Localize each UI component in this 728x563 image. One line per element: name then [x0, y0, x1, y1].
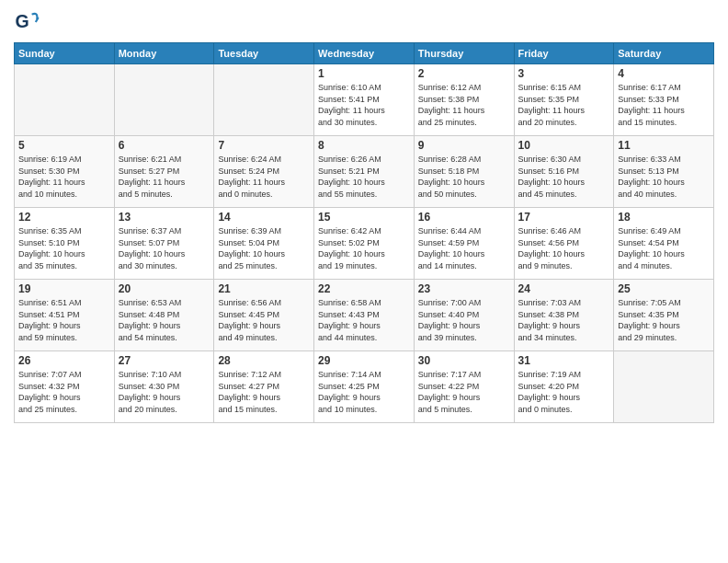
day-info: Sunrise: 7:05 AMSunset: 4:35 PMDaylight:…	[618, 297, 710, 343]
day-cell: 25Sunrise: 7:05 AMSunset: 4:35 PMDayligh…	[614, 280, 714, 351]
day-number: 15	[318, 211, 410, 224]
day-number: 18	[618, 211, 710, 224]
day-info: Sunrise: 6:42 AMSunset: 5:02 PMDaylight:…	[318, 225, 410, 271]
day-cell: 26Sunrise: 7:07 AMSunset: 4:32 PMDayligh…	[15, 351, 115, 423]
day-info: Sunrise: 6:35 AMSunset: 5:10 PMDaylight:…	[18, 225, 110, 271]
day-number: 24	[518, 282, 610, 295]
day-cell: 17Sunrise: 6:46 AMSunset: 4:56 PMDayligh…	[514, 208, 614, 280]
week-row-1: 1Sunrise: 6:10 AMSunset: 5:41 PMDaylight…	[15, 64, 714, 136]
weekday-header-thursday: Thursday	[414, 43, 514, 64]
weekday-header-sunday: Sunday	[15, 43, 115, 64]
day-info: Sunrise: 6:21 AMSunset: 5:27 PMDaylight:…	[119, 154, 210, 200]
day-number: 1	[318, 67, 410, 80]
day-number: 8	[318, 139, 410, 152]
day-cell: 29Sunrise: 7:14 AMSunset: 4:25 PMDayligh…	[314, 351, 415, 423]
day-info: Sunrise: 6:12 AMSunset: 5:38 PMDaylight:…	[418, 82, 510, 128]
day-cell	[214, 64, 314, 136]
day-cell: 27Sunrise: 7:10 AMSunset: 4:30 PMDayligh…	[114, 351, 214, 423]
day-info: Sunrise: 6:28 AMSunset: 5:18 PMDaylight:…	[418, 154, 510, 200]
day-info: Sunrise: 6:15 AMSunset: 5:35 PMDaylight:…	[518, 82, 610, 128]
day-number: 7	[218, 139, 310, 152]
day-cell	[15, 64, 115, 136]
day-cell: 13Sunrise: 6:37 AMSunset: 5:07 PMDayligh…	[114, 208, 214, 280]
week-row-2: 5Sunrise: 6:19 AMSunset: 5:30 PMDaylight…	[15, 136, 714, 208]
day-info: Sunrise: 6:10 AMSunset: 5:41 PMDaylight:…	[318, 82, 410, 128]
weekday-header-saturday: Saturday	[614, 43, 714, 64]
day-number: 19	[18, 282, 110, 295]
day-number: 28	[218, 354, 310, 367]
weekday-header-row: SundayMondayTuesdayWednesdayThursdayFrid…	[15, 43, 714, 64]
day-info: Sunrise: 7:10 AMSunset: 4:30 PMDaylight:…	[119, 369, 210, 415]
day-number: 25	[618, 282, 710, 295]
day-info: Sunrise: 7:07 AMSunset: 4:32 PMDaylight:…	[18, 369, 110, 415]
day-info: Sunrise: 6:39 AMSunset: 5:04 PMDaylight:…	[218, 225, 310, 271]
weekday-header-friday: Friday	[514, 43, 614, 64]
day-cell: 8Sunrise: 6:26 AMSunset: 5:21 PMDaylight…	[314, 136, 415, 208]
day-number: 3	[518, 67, 610, 80]
day-info: Sunrise: 6:30 AMSunset: 5:16 PMDaylight:…	[518, 154, 610, 200]
header: G	[14, 9, 714, 35]
day-info: Sunrise: 6:24 AMSunset: 5:24 PMDaylight:…	[218, 154, 310, 200]
day-cell: 9Sunrise: 6:28 AMSunset: 5:18 PMDaylight…	[414, 136, 514, 208]
day-info: Sunrise: 7:03 AMSunset: 4:38 PMDaylight:…	[518, 297, 610, 343]
day-number: 10	[518, 139, 610, 152]
day-number: 16	[418, 211, 510, 224]
day-info: Sunrise: 6:49 AMSunset: 4:54 PMDaylight:…	[618, 225, 710, 271]
day-cell: 16Sunrise: 6:44 AMSunset: 4:59 PMDayligh…	[414, 208, 514, 280]
day-cell: 4Sunrise: 6:17 AMSunset: 5:33 PMDaylight…	[614, 64, 714, 136]
day-number: 17	[518, 211, 610, 224]
day-number: 12	[18, 211, 110, 224]
day-cell: 18Sunrise: 6:49 AMSunset: 4:54 PMDayligh…	[614, 208, 714, 280]
day-number: 14	[218, 211, 310, 224]
day-number: 9	[418, 139, 510, 152]
day-info: Sunrise: 6:19 AMSunset: 5:30 PMDaylight:…	[18, 154, 110, 200]
day-number: 2	[418, 67, 510, 80]
day-cell: 20Sunrise: 6:53 AMSunset: 4:48 PMDayligh…	[114, 280, 214, 351]
day-info: Sunrise: 7:12 AMSunset: 4:27 PMDaylight:…	[218, 369, 310, 415]
day-cell: 6Sunrise: 6:21 AMSunset: 5:27 PMDaylight…	[114, 136, 214, 208]
day-number: 30	[418, 354, 510, 367]
day-number: 31	[518, 354, 610, 367]
day-info: Sunrise: 6:37 AMSunset: 5:07 PMDaylight:…	[119, 225, 210, 271]
day-number: 29	[318, 354, 410, 367]
day-info: Sunrise: 7:00 AMSunset: 4:40 PMDaylight:…	[418, 297, 510, 343]
day-info: Sunrise: 6:26 AMSunset: 5:21 PMDaylight:…	[318, 154, 410, 200]
day-number: 21	[218, 282, 310, 295]
calendar: SundayMondayTuesdayWednesdayThursdayFrid…	[14, 42, 714, 423]
week-row-5: 26Sunrise: 7:07 AMSunset: 4:32 PMDayligh…	[15, 351, 714, 423]
weekday-header-monday: Monday	[114, 43, 214, 64]
day-cell: 7Sunrise: 6:24 AMSunset: 5:24 PMDaylight…	[214, 136, 314, 208]
day-cell: 30Sunrise: 7:17 AMSunset: 4:22 PMDayligh…	[414, 351, 514, 423]
day-cell: 14Sunrise: 6:39 AMSunset: 5:04 PMDayligh…	[214, 208, 314, 280]
weekday-header-wednesday: Wednesday	[314, 43, 415, 64]
day-info: Sunrise: 6:17 AMSunset: 5:33 PMDaylight:…	[618, 82, 710, 128]
day-cell: 12Sunrise: 6:35 AMSunset: 5:10 PMDayligh…	[15, 208, 115, 280]
day-number: 5	[18, 139, 110, 152]
day-info: Sunrise: 6:46 AMSunset: 4:56 PMDaylight:…	[518, 225, 610, 271]
day-cell: 15Sunrise: 6:42 AMSunset: 5:02 PMDayligh…	[314, 208, 415, 280]
week-row-4: 19Sunrise: 6:51 AMSunset: 4:51 PMDayligh…	[15, 280, 714, 351]
day-cell: 31Sunrise: 7:19 AMSunset: 4:20 PMDayligh…	[514, 351, 614, 423]
day-cell: 22Sunrise: 6:58 AMSunset: 4:43 PMDayligh…	[314, 280, 415, 351]
day-number: 23	[418, 282, 510, 295]
day-info: Sunrise: 6:53 AMSunset: 4:48 PMDaylight:…	[119, 297, 210, 343]
logo-icon: G	[14, 9, 40, 35]
day-info: Sunrise: 6:58 AMSunset: 4:43 PMDaylight:…	[318, 297, 410, 343]
day-cell: 19Sunrise: 6:51 AMSunset: 4:51 PMDayligh…	[15, 280, 115, 351]
day-number: 26	[18, 354, 110, 367]
day-cell	[614, 351, 714, 423]
day-info: Sunrise: 6:56 AMSunset: 4:45 PMDaylight:…	[218, 297, 310, 343]
logo: G	[14, 9, 43, 35]
day-cell: 21Sunrise: 6:56 AMSunset: 4:45 PMDayligh…	[214, 280, 314, 351]
day-cell: 2Sunrise: 6:12 AMSunset: 5:38 PMDaylight…	[414, 64, 514, 136]
day-cell: 10Sunrise: 6:30 AMSunset: 5:16 PMDayligh…	[514, 136, 614, 208]
day-info: Sunrise: 6:44 AMSunset: 4:59 PMDaylight:…	[418, 225, 510, 271]
day-number: 27	[119, 354, 210, 367]
day-number: 4	[618, 67, 710, 80]
day-cell: 1Sunrise: 6:10 AMSunset: 5:41 PMDaylight…	[314, 64, 415, 136]
day-number: 20	[119, 282, 210, 295]
day-number: 11	[618, 139, 710, 152]
day-cell: 28Sunrise: 7:12 AMSunset: 4:27 PMDayligh…	[214, 351, 314, 423]
day-cell: 3Sunrise: 6:15 AMSunset: 5:35 PMDaylight…	[514, 64, 614, 136]
day-number: 6	[119, 139, 210, 152]
